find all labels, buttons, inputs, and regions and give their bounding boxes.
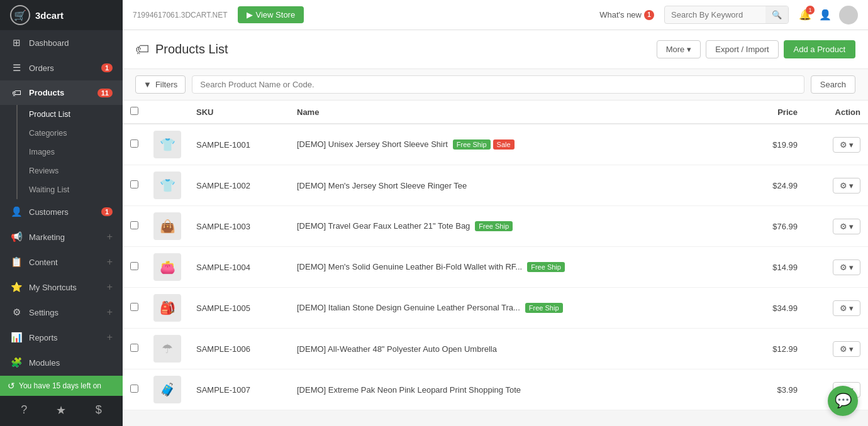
product-sku: SAMPLE-1005	[189, 288, 289, 329]
page-content: 🏷 Products List More ▾ Export / Import A…	[123, 30, 868, 426]
content-plus-icon: +	[107, 256, 113, 268]
product-price: $14.99	[730, 247, 805, 288]
sidebar-item-label: Customers	[29, 207, 101, 217]
sidebar-sub-item-waiting-list[interactable]: Waiting List	[0, 180, 123, 199]
product-sku: SAMPLE-1006	[189, 329, 289, 369]
user-avatar[interactable]	[839, 6, 858, 25]
product-price: $19.99	[730, 124, 805, 165]
chat-button[interactable]: 💬	[828, 386, 858, 416]
sidebar-item-marketing[interactable]: 📢 Marketing +	[0, 224, 123, 249]
favorites-icon[interactable]: ★	[50, 401, 72, 420]
product-thumb-cell: 👛	[146, 247, 189, 288]
product-thumb-cell: 👜	[146, 206, 189, 247]
sidebar-item-label: Content	[29, 258, 107, 267]
product-action-cell: ⚙ ▾	[805, 247, 868, 288]
user-icon[interactable]: 👤	[819, 9, 832, 21]
product-badges: Free ShipSale	[453, 139, 515, 150]
view-store-label: View Store	[256, 10, 296, 19]
product-action-button[interactable]: ⚙ ▾	[833, 178, 860, 194]
product-action-button[interactable]: ⚙ ▾	[833, 259, 860, 275]
product-action-cell: ⚙ ▾	[805, 288, 868, 329]
table-row: 👕SAMPLE-1001[DEMO] Unisex Jersey Short S…	[123, 124, 868, 165]
sidebar-item-content[interactable]: 📋 Content +	[0, 249, 123, 275]
row-checkbox[interactable]	[130, 221, 138, 229]
reports-icon: 📊	[10, 332, 23, 343]
notification-bell-icon[interactable]: 🔔 1	[799, 9, 811, 21]
help-icon[interactable]: ?	[14, 401, 33, 420]
sidebar-logo[interactable]: 🛒 3dcart	[0, 0, 123, 30]
logo-text: 3dcart	[35, 10, 64, 21]
row-checkbox[interactable]	[130, 262, 138, 270]
product-thumbnail: 👜	[153, 212, 181, 240]
row-checkbox[interactable]	[130, 385, 138, 393]
sidebar-sub-item-reviews[interactable]: Reviews	[0, 161, 123, 180]
free-ship-badge: Free Ship	[525, 303, 563, 313]
product-price: $34.99	[730, 288, 805, 329]
marketing-plus-icon: +	[107, 231, 113, 243]
sidebar-item-my-shortcuts[interactable]: ⭐ My Shortcuts +	[0, 275, 123, 300]
export-import-button[interactable]: Export / Import	[706, 40, 778, 58]
sidebar-sub-item-categories[interactable]: Categories	[0, 124, 123, 143]
filters-button[interactable]: ▼ Filters	[135, 75, 186, 94]
row-checkbox-cell	[123, 329, 146, 369]
page-title: Products List	[155, 42, 228, 57]
action-dropdown-icon: ▾	[849, 263, 854, 272]
product-price: $76.99	[730, 206, 805, 247]
view-store-button[interactable]: ▶ View Store	[238, 6, 304, 23]
products-table: SKU Name Price Action 👕SAMPLE-1001[DEMO]…	[123, 101, 868, 410]
table-row: 👜SAMPLE-1003[DEMO] Travel Gear Faux Leat…	[123, 206, 868, 247]
product-action-button[interactable]: ⚙ ▾	[833, 300, 860, 316]
content-icon: 📋	[10, 256, 23, 268]
sidebar-item-modules[interactable]: 🧩 Modules	[0, 350, 123, 375]
search-button[interactable]: Search	[811, 75, 855, 94]
sidebar-item-label: Dashboard	[29, 38, 113, 48]
product-thumb-cell: 👕	[146, 124, 189, 165]
topbar-search: 🔍	[664, 6, 789, 24]
search-input[interactable]	[665, 6, 765, 23]
row-checkbox[interactable]	[130, 139, 138, 148]
sidebar-item-reports[interactable]: 📊 Reports +	[0, 325, 123, 350]
orders-badge: 1	[101, 63, 113, 72]
product-badges: Free Ship	[525, 303, 563, 313]
product-name: [DEMO] Extreme Pak Neon Pink Leopard Pri…	[289, 369, 730, 410]
product-name: [DEMO] Italian Stone Design Genuine Leat…	[289, 288, 730, 329]
whats-new-label: What's new	[599, 10, 642, 19]
sidebar-item-settings[interactable]: ⚙ Settings +	[0, 300, 123, 325]
row-checkbox[interactable]	[130, 344, 138, 352]
sidebar-item-orders[interactable]: ☰ Orders 1	[0, 55, 123, 80]
action-dropdown-icon: ▾	[849, 222, 854, 231]
sidebar-sub-item-product-list[interactable]: Product List	[0, 105, 123, 124]
add-product-button[interactable]: Add a Product	[784, 40, 855, 58]
billing-icon[interactable]: $	[89, 401, 108, 420]
sidebar-item-dashboard[interactable]: ⊞ Dashboard	[0, 30, 123, 55]
sidebar-item-customers[interactable]: 👤 Customers 1	[0, 199, 123, 224]
page-header: 🏷 Products List More ▾ Export / Import A…	[123, 30, 868, 69]
product-action-button[interactable]: ⚙ ▾	[833, 219, 860, 234]
select-all-checkbox[interactable]	[130, 107, 138, 115]
product-action-button[interactable]: ⚙ ▾	[833, 341, 860, 357]
product-action-cell: ⚙ ▾	[805, 206, 868, 247]
table-row: 🎒SAMPLE-1005[DEMO] Italian Stone Design …	[123, 288, 868, 329]
row-checkbox[interactable]	[130, 303, 138, 311]
export-label: Export / Import	[715, 45, 769, 54]
product-thumb-cell: 👕	[146, 165, 189, 206]
row-checkbox[interactable]	[130, 180, 138, 188]
action-dropdown-icon: ▾	[849, 140, 854, 150]
more-button[interactable]: More ▾	[657, 40, 701, 58]
search-icon[interactable]: 🔍	[765, 6, 788, 23]
sidebar-sub-item-images[interactable]: Images	[0, 143, 123, 161]
sidebar-item-products[interactable]: 🏷 Products 11	[0, 80, 123, 105]
sub-item-label: Reviews	[29, 167, 58, 175]
customers-badge: 1	[101, 207, 113, 216]
filters-bar: ▼ Filters Search	[123, 69, 868, 101]
product-sku: SAMPLE-1001	[189, 124, 289, 165]
product-action-button[interactable]: ⚙ ▾	[833, 137, 860, 153]
topbar: 71994617061.3DCART.NET ▶ View Store What…	[123, 0, 868, 30]
sidebar-item-label: Modules	[29, 358, 113, 368]
whats-new-button[interactable]: What's new 1	[599, 10, 654, 20]
name-header: Name	[289, 101, 730, 124]
product-search-input[interactable]	[192, 75, 804, 94]
sidebar-nav: ⊞ Dashboard ☰ Orders 1 🏷 Products 11 Pro…	[0, 30, 123, 395]
filters-label: Filters	[155, 80, 177, 89]
search-label: Search	[820, 80, 846, 89]
